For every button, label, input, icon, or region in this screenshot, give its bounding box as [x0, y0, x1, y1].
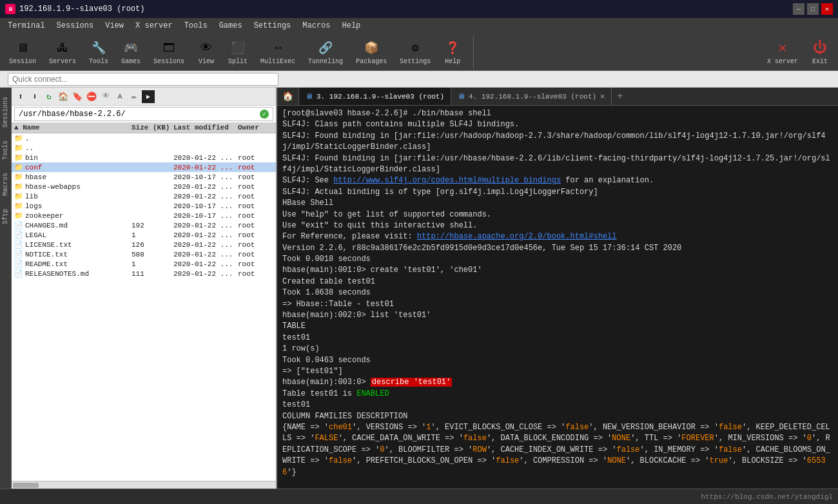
maximize-button[interactable]: □	[807, 3, 819, 15]
close-button[interactable]: ✕	[821, 3, 833, 15]
file-hide-button[interactable]: 👁	[99, 90, 112, 103]
list-item[interactable]: 📁 conf 2020-01-22 ... root	[12, 162, 276, 172]
list-item[interactable]: 📄 RELEASENOTES.md 111 2020-01-22 ... roo…	[12, 269, 276, 278]
list-item[interactable]: 📄 LICENSE.txt 126 2020-01-22 ... root	[12, 240, 276, 249]
toolbar-games-label: Games	[121, 58, 141, 65]
title-bar: 🖥 192.168.1.9--slave03 (root) — □ ✕	[0, 0, 838, 18]
file-modified: 2020-01-22 ...	[173, 193, 238, 200]
term-line: [root@slave03 hbase-2.2.6]# ./bin/hbase …	[282, 108, 833, 119]
toolbar-sessions[interactable]: 🗔 Sessions	[150, 37, 188, 66]
col-name-header[interactable]: ▲ Name	[14, 124, 132, 131]
link-hbase[interactable]: http://hbase.apache.org/2.0/book.html#sh…	[417, 232, 617, 241]
toolbar-view[interactable]: 👁 View	[193, 37, 219, 66]
menu-settings[interactable]: Settings	[249, 20, 297, 32]
file-stop-button[interactable]: ⛔	[85, 90, 98, 103]
sidebar-sftp-tab[interactable]: Sftp	[1, 204, 10, 229]
menu-sessions[interactable]: Sessions	[52, 20, 99, 32]
multiexec-icon: ↔	[269, 39, 287, 57]
toolbar-multiexec[interactable]: ↔ MultiExec	[257, 37, 299, 66]
menu-help[interactable]: Help	[337, 20, 366, 32]
toolbar-exit[interactable]: ⏻ Exit	[807, 37, 833, 66]
list-item[interactable]: 📁 ..	[12, 143, 276, 153]
file-owner: root	[238, 231, 273, 239]
toolbar-help[interactable]: ❓ Help	[440, 37, 465, 66]
toolbar-view-label: View	[199, 58, 214, 65]
file-owner: root	[238, 202, 273, 210]
menu-terminal[interactable]: Terminal	[3, 20, 50, 32]
tab-home[interactable]: 🏠	[277, 88, 299, 105]
list-item[interactable]: 📄 LEGAL 1 2020-01-22 ... root	[12, 230, 276, 240]
list-item[interactable]: 📄 CHANGES.md 192 2020-01-22 ... root	[12, 220, 276, 230]
folder-icon: 📁	[14, 153, 23, 162]
link-slf4j[interactable]: http://www.slf4j.org/codes.html#multiple…	[333, 176, 561, 185]
current-path: /usr/hbase/hbase-2.2.6/	[19, 110, 126, 119]
add-tab-button[interactable]: +	[612, 88, 628, 105]
toolbar-servers[interactable]: 🖧 Servers	[45, 37, 80, 66]
file-scrollbar-thumb[interactable]	[13, 483, 39, 488]
col-modified-header: Last modified	[173, 124, 238, 131]
minimize-button[interactable]: —	[793, 3, 804, 15]
list-item[interactable]: 📁 hbase-webapps 2020-01-22 ... root	[12, 182, 276, 191]
menu-tools[interactable]: Tools	[179, 20, 213, 32]
terminal-content[interactable]: [root@slave03 hbase-2.2.6]# ./bin/hbase …	[277, 106, 838, 489]
toolbar-xserver[interactable]: ✕ X server	[763, 37, 802, 66]
file-size: 111	[132, 270, 173, 278]
menu-xserver[interactable]: X server	[130, 20, 178, 32]
session-icon: 🖥	[14, 39, 32, 57]
menu-games[interactable]: Games	[214, 20, 248, 32]
term-line: test01	[282, 333, 833, 344]
main-layout: Sessions Tools Macros Sftp ⬆ ⬇ ↻ 🏠 🔖 ⛔ 👁…	[0, 88, 838, 489]
tab-2-close[interactable]: ✕	[600, 92, 605, 101]
file-refresh-button[interactable]: ↻	[43, 90, 55, 103]
toolbar-split-label: Split	[228, 58, 248, 65]
toolbar-multiexec-label: MultiExec	[260, 58, 295, 65]
term-line: SLF4J: Found binding in [jar:file:/usr/h…	[282, 131, 833, 153]
file-terminal-button[interactable]: ▶	[142, 90, 155, 103]
col-size-header[interactable]: Size (KB)	[132, 124, 173, 131]
quick-connect-input[interactable]	[8, 73, 278, 86]
file-size: 508	[132, 251, 173, 258]
file-bookmark-button[interactable]: 🔖	[71, 90, 84, 103]
toolbar-tools-label: Tools	[89, 58, 108, 65]
toolbar-tools[interactable]: 🔧 Tools	[85, 37, 112, 66]
file-down-button[interactable]: ⬇	[28, 90, 41, 103]
sidebar-macros-tab[interactable]: Macros	[1, 168, 10, 201]
sidebar-sessions-tab[interactable]: Sessions	[1, 92, 10, 133]
term-line: Took 1.8638 seconds	[282, 287, 833, 298]
file-modified: 2020-10-17 ...	[173, 173, 238, 181]
file-modified: 2020-10-17 ...	[173, 202, 238, 210]
list-item[interactable]: 📄 README.txt 1 2020-01-22 ... root	[12, 259, 276, 269]
toolbar-games[interactable]: 🎮 Games	[117, 37, 144, 66]
menu-macros[interactable]: Macros	[297, 20, 335, 32]
file-edit-button[interactable]: ✏	[128, 90, 141, 103]
list-item[interactable]: 📁 zookeeper 2020-10-17 ... root	[12, 211, 276, 220]
toolbar-packages[interactable]: 📦 Packages	[352, 37, 391, 66]
tab-1[interactable]: 🖥 3. 192.168.1.9--slave03 (root)	[299, 88, 451, 105]
file-name: ..	[25, 144, 34, 152]
folder-icon: 📁	[14, 163, 23, 171]
sidebar-tools-tab[interactable]: Tools	[1, 135, 10, 165]
toolbar-split[interactable]: ⬛ Split	[224, 37, 251, 66]
list-item[interactable]: 📁 lib 2020-01-22 ... root	[12, 191, 276, 201]
toolbar-session[interactable]: 🖥 Session	[5, 37, 40, 66]
list-item[interactable]: 📁 logs 2020-10-17 ... root	[12, 201, 276, 211]
tab-2[interactable]: 🖥 4. 192.168.1.9--slave03 (root) ✕	[451, 88, 612, 105]
term-line: SLF4J: Actual binding is of type [org.sl…	[282, 187, 833, 198]
list-item[interactable]: 📄 NOTICE.txt 508 2020-01-22 ... root	[12, 249, 276, 259]
file-owner: root	[238, 212, 273, 220]
file-scrollbar[interactable]	[12, 481, 276, 489]
file-modified: 2020-01-22 ...	[173, 222, 238, 229]
file-back-button[interactable]: ⬆	[14, 90, 27, 103]
file-modified: 2020-01-22 ...	[173, 164, 238, 171]
toolbar-servers-label: Servers	[49, 58, 76, 65]
file-new-folder-button[interactable]: A	[113, 90, 126, 103]
toolbar-settings[interactable]: ⚙ Settings	[396, 37, 434, 66]
tunneling-icon: 🔗	[317, 39, 335, 57]
toolbar-tunneling[interactable]: 🔗 Tunneling	[304, 37, 347, 66]
list-item[interactable]: 📁 .	[12, 133, 276, 143]
menu-view[interactable]: View	[100, 20, 129, 32]
list-item[interactable]: 📁 bin 2020-01-22 ... root	[12, 153, 276, 162]
file-home-button[interactable]: 🏠	[57, 90, 70, 103]
file-size: 192	[132, 222, 173, 229]
list-item[interactable]: 📁 hbase 2020-10-17 ... root	[12, 172, 276, 182]
